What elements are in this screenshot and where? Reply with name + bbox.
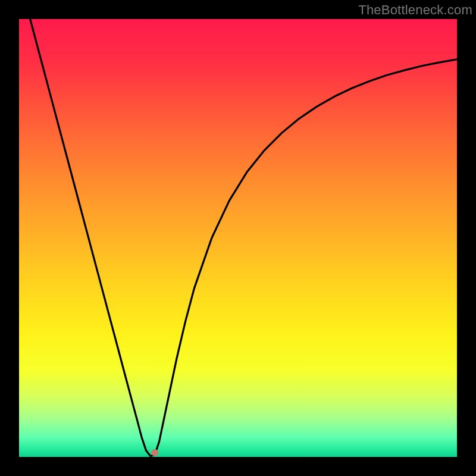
- watermark-text: TheBottleneck.com: [358, 2, 472, 18]
- chart-svg: [19, 19, 457, 457]
- plot-area: [19, 19, 457, 457]
- gradient-background: [19, 19, 457, 457]
- chart-frame: TheBottleneck.com: [0, 0, 476, 476]
- minimum-marker: [151, 449, 158, 456]
